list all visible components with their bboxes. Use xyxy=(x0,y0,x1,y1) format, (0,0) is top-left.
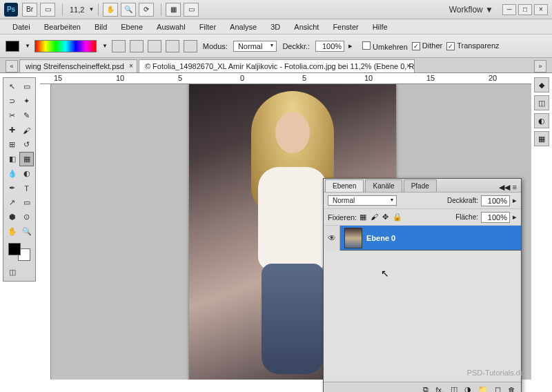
tab-kanaele[interactable]: Kanäle xyxy=(365,179,402,192)
misc-panel-icon[interactable]: ▦ xyxy=(534,131,549,146)
delete-layer-icon[interactable]: 🗑 xyxy=(508,386,515,393)
adjustment-layer-icon[interactable]: ◑ xyxy=(464,385,471,392)
document-tab[interactable]: wing Streifenscheineffekt.psd× xyxy=(19,59,137,72)
reverse-checkbox[interactable] xyxy=(362,41,371,50)
menu-3d[interactable]: 3D xyxy=(264,21,287,33)
menu-datei[interactable]: Datei xyxy=(6,21,37,33)
titlebar: Ps Br ▭ 11,2▼ ✋ 🔍 ⟳ ▦ ▭ Workflow ▼ ─ □ × xyxy=(0,0,552,19)
type-tool-icon[interactable]: T xyxy=(19,181,34,195)
link-layers-icon[interactable]: ⧉ xyxy=(423,385,428,392)
eraser-tool-icon[interactable]: ◧ xyxy=(5,152,19,166)
lock-all-icon[interactable]: 🔒 xyxy=(393,213,402,222)
tab-ebenen[interactable]: Ebenen xyxy=(325,179,364,192)
zoom-value[interactable]: 11,2 xyxy=(67,6,87,14)
layer-fx-icon[interactable]: fx. xyxy=(435,386,444,393)
layer-mask-icon[interactable]: ◫ xyxy=(451,385,457,392)
wand-tool-icon[interactable]: ✦ xyxy=(19,94,34,108)
maximize-button[interactable]: □ xyxy=(518,4,532,15)
layer-opacity-input[interactable]: 100% xyxy=(481,195,510,206)
lasso-tool-icon[interactable]: ⊃ xyxy=(5,94,19,108)
menubar: Datei Bearbeiten Bild Ebene Auswahl Filt… xyxy=(0,19,552,35)
move-tool-icon[interactable]: ↖ xyxy=(5,79,19,94)
diamond-gradient-icon[interactable] xyxy=(184,40,197,52)
gradient-tool-icon[interactable]: ▦ xyxy=(19,152,34,166)
lock-transparent-icon[interactable]: ▦ xyxy=(359,213,366,222)
brush-tool-icon[interactable]: 🖌 xyxy=(19,123,34,137)
close-button[interactable]: × xyxy=(534,4,548,15)
crop-tool-icon[interactable]: ✂ xyxy=(5,108,19,123)
opacity-input[interactable]: 100% xyxy=(315,41,344,52)
layer-blend-select[interactable]: Normal xyxy=(328,195,397,206)
quickmask-icon[interactable]: ◫ xyxy=(5,265,19,280)
blur-tool-icon[interactable]: 💧 xyxy=(5,166,19,181)
linear-gradient-icon[interactable] xyxy=(112,40,126,52)
rotate-view-icon[interactable]: ⟳ xyxy=(139,3,154,17)
panel-menu-icon[interactable]: ≡ xyxy=(513,183,517,192)
menu-auswahl[interactable]: Auswahl xyxy=(150,21,193,33)
3d-tool-icon[interactable]: ⬢ xyxy=(5,210,19,224)
gradient-picker[interactable] xyxy=(34,40,97,52)
lock-label: Fixieren: xyxy=(328,213,357,222)
foreground-swatch[interactable] xyxy=(6,41,19,52)
visibility-toggle-icon[interactable]: 👁 xyxy=(324,226,340,251)
layer-thumbnail[interactable] xyxy=(344,228,362,248)
lock-position-icon[interactable]: ✥ xyxy=(382,213,388,222)
menu-bearbeiten[interactable]: Bearbeiten xyxy=(37,21,88,33)
document-tab[interactable]: © Fotolia_14982670_XL Amir Kaljikovic - … xyxy=(139,59,415,72)
workspace: ↖▭ ⊃✦ ✂✎ ✚🖌 ⊞↺ ◧▦ 💧◐ ✒T ↗▭ ⬢⊙ ✋🔍 ◫ 15105… xyxy=(0,73,552,392)
menu-analyse[interactable]: Analyse xyxy=(223,21,264,33)
dither-checkbox[interactable]: ✓ xyxy=(412,42,420,50)
workspace-switcher[interactable]: Workflow ▼ xyxy=(449,5,493,14)
blend-mode-select[interactable]: Normal xyxy=(233,41,277,52)
layer-item[interactable]: 👁 Ebene 0 xyxy=(324,226,521,251)
tab-close-icon[interactable]: × xyxy=(129,62,133,70)
radial-gradient-icon[interactable] xyxy=(130,40,144,52)
menu-ansicht[interactable]: Ansicht xyxy=(287,21,326,33)
lock-pixels-icon[interactable]: 🖌 xyxy=(371,213,378,222)
angle-gradient-icon[interactable] xyxy=(148,40,161,52)
eyedropper-tool-icon[interactable]: ✎ xyxy=(19,108,34,123)
history-button[interactable]: ▭ xyxy=(40,3,55,17)
tab-prev-icon[interactable]: « xyxy=(6,60,18,72)
marquee-tool-icon[interactable]: ▭ xyxy=(19,79,34,94)
screen-mode-icon[interactable]: ▭ xyxy=(184,3,199,17)
arrange-icon[interactable]: ▦ xyxy=(166,3,181,17)
color-swatches[interactable] xyxy=(7,242,32,262)
bridge-button[interactable]: Br xyxy=(22,3,37,17)
pen-tool-icon[interactable]: ✒ xyxy=(5,181,19,195)
heal-tool-icon[interactable]: ✚ xyxy=(5,123,19,137)
tab-next-icon[interactable]: » xyxy=(534,60,546,72)
new-layer-icon[interactable]: ◻ xyxy=(495,385,501,392)
stamp-tool-icon[interactable]: ⊞ xyxy=(5,137,19,152)
menu-fenster[interactable]: Fenster xyxy=(326,21,365,33)
tab-close-icon[interactable]: × xyxy=(406,62,411,70)
tab-pfade[interactable]: Pfade xyxy=(404,179,437,192)
zoom-tool-icon[interactable]: 🔍 xyxy=(19,224,34,239)
group-icon[interactable]: 📁 xyxy=(478,385,488,392)
zoom-tool-icon[interactable]: 🔍 xyxy=(121,3,136,17)
adjustments-panel-icon[interactable]: ◐ xyxy=(534,113,549,128)
fill-input[interactable]: 100% xyxy=(481,212,510,223)
menu-hilfe[interactable]: Hilfe xyxy=(366,21,395,33)
right-dock: ◆ ◫ ◐ ▦ xyxy=(534,77,549,149)
minimize-button[interactable]: ─ xyxy=(502,4,516,15)
menu-filter[interactable]: Filter xyxy=(193,21,223,33)
dodge-tool-icon[interactable]: ◐ xyxy=(19,166,34,181)
layers-footer: ⧉ fx. ◫ ◑ 📁 ◻ 🗑 xyxy=(324,382,521,392)
menu-bild[interactable]: Bild xyxy=(88,21,114,33)
panel-collapse-icon[interactable]: ◀◀ xyxy=(499,183,510,192)
layer-list: 👁 Ebene 0 xyxy=(324,226,521,378)
swatches-panel-icon[interactable]: ◆ xyxy=(534,77,549,92)
layer-name[interactable]: Ebene 0 xyxy=(366,234,395,242)
3d-camera-icon[interactable]: ⊙ xyxy=(19,210,34,224)
path-tool-icon[interactable]: ↗ xyxy=(5,195,19,210)
history-brush-icon[interactable]: ↺ xyxy=(19,137,34,152)
layer-opacity-label: Deckkraft: xyxy=(447,197,478,204)
shape-tool-icon[interactable]: ▭ xyxy=(19,195,34,210)
reflected-gradient-icon[interactable] xyxy=(166,40,179,52)
hand-tool-icon[interactable]: ✋ xyxy=(5,224,19,239)
styles-panel-icon[interactable]: ◫ xyxy=(534,95,549,110)
menu-ebene[interactable]: Ebene xyxy=(114,21,150,33)
hand-tool-icon[interactable]: ✋ xyxy=(103,3,118,17)
transparency-checkbox[interactable]: ✓ xyxy=(446,42,455,50)
